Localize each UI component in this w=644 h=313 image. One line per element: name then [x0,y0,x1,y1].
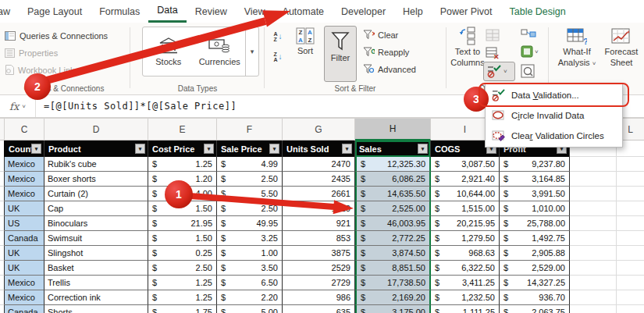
menu-item-circle-invalid-data[interactable]: Circle Invalid Data [486,105,622,126]
grid-cell-l[interactable] [617,246,644,261]
cogs-cell[interactable]: $1,111.25 [431,305,500,313]
units-sold-cell[interactable]: 2661 [283,187,355,201]
cost-price-cell[interactable]: $1.75 [148,305,217,313]
cogs-cell[interactable]: $10,644.00 [431,187,500,201]
country-cell[interactable]: Mexico [5,276,44,290]
sales-cell[interactable]: $6,086.25 [355,172,431,187]
cogs-cell[interactable]: $3,087.50 [431,157,500,172]
units-sold-cell[interactable]: 2435 [283,172,355,187]
sale-price-cell[interactable]: $5.00 [217,305,283,313]
tab-data[interactable]: Data [148,0,186,23]
cost-price-cell[interactable]: $0.25 [148,246,217,261]
country-cell[interactable]: Mexico [5,290,44,305]
profit-cell[interactable]: $2,063.75 [500,305,570,313]
filter-button[interactable]: Filter [324,26,357,82]
units-sold-cell[interactable]: 2729 [283,276,355,290]
country-cell[interactable]: Mexico [5,157,44,172]
grid-cell-l[interactable] [617,276,644,290]
product-cell[interactable]: Basket [44,261,148,276]
country-cell[interactable]: Mexico [5,172,44,187]
country-cell[interactable]: Canada [5,231,44,246]
cogs-cell[interactable]: $20,215.95 [431,216,500,231]
cost-price-cell[interactable]: $1.50 [148,231,217,246]
grid-cell-k[interactable] [570,216,617,231]
product-cell[interactable]: Trellis [44,276,148,290]
column-header-f[interactable]: F [217,119,283,140]
units-sold-cell[interactable]: 921 [283,216,355,231]
country-cell[interactable]: US [5,216,44,231]
data-validation-button[interactable]: ˅ [483,62,515,81]
units-sold-cell[interactable]: 1010 [283,201,355,216]
menu-item-data-validation[interactable]: Data Validation... [486,85,622,105]
queries-connections-button[interactable]: Queries & Connections [0,28,128,43]
product-cell[interactable]: Swimsuit [44,231,148,246]
header-sale-price[interactable]: Sale Price▾ [217,140,283,157]
formula-input[interactable]: =[@[Units Sold]]*[@[Sale Price]] [36,101,237,112]
grid-cell-k[interactable] [570,172,617,187]
cost-price-cell[interactable]: $1.25 [148,276,217,290]
cost-price-cell[interactable]: $21.95 [148,216,217,231]
sales-cell[interactable]: $46,003.95 [355,216,431,231]
country-cell[interactable]: UK [5,261,44,276]
product-cell[interactable]: Slingshot [44,246,148,261]
sales-cell[interactable]: $8,851.50 [355,261,431,276]
product-cell[interactable]: Curtain (2) [44,187,148,201]
product-cell[interactable]: Binoculars [44,216,148,231]
sales-cell[interactable]: $3,175.00 [355,305,431,313]
flash-fill-icon[interactable] [486,29,500,41]
country-cell[interactable]: UK [5,201,44,216]
header-country[interactable]: Country▾ [5,140,44,157]
units-sold-cell[interactable]: 853 [283,231,355,246]
filter-dropdown-icon[interactable]: ▾ [342,144,352,154]
filter-dropdown-icon[interactable]: ▾ [135,144,145,154]
product-cell[interactable]: Shorts [44,305,148,313]
tab-formulas[interactable]: Formulas [91,0,148,23]
profit-cell[interactable]: $9,237.80 [500,157,570,172]
sale-price-cell[interactable]: $4.99 [217,157,283,172]
sale-price-cell[interactable]: $2.20 [217,290,283,305]
cost-price-cell[interactable]: $1.25 [148,290,217,305]
profit-cell[interactable]: $2,905.88 [500,246,570,261]
text-to-columns-button[interactable]: Text to Columns [450,27,485,67]
tab-automate[interactable]: Automate [274,0,333,23]
menu-item-clear-validation-circles[interactable]: Clear Validation Circles [486,126,622,146]
forecast-sheet-button[interactable]: Forecast Sheet [601,28,642,67]
grid-cell-l[interactable] [617,187,644,201]
sort-button[interactable]: ZAAZ Sort [290,27,321,55]
currencies-button[interactable]: Currencies [194,27,246,76]
sort-az-button[interactable]: AZ↓ [271,29,285,44]
country-cell[interactable]: Canada [5,305,44,313]
sales-cell[interactable]: $2,525.00 [355,201,431,216]
clear-filter-button[interactable]: ✕ Clear [363,30,398,40]
sale-price-cell[interactable]: $5.50 [217,187,283,201]
consolidate-icon[interactable] [521,29,536,41]
column-header-c[interactable]: C [5,119,44,140]
tab-view[interactable]: View [236,0,274,23]
tab-draw-partial[interactable]: aw [0,0,19,23]
cost-price-cell[interactable]: $1.20 [148,172,217,187]
sales-cell[interactable]: $3,874.50 [355,246,431,261]
sales-cell[interactable]: $12,325.30 [355,157,431,172]
grid-cell-k[interactable] [570,261,617,276]
sales-cell[interactable]: $17,738.50 [355,276,431,290]
cogs-cell[interactable]: $968.63 [431,246,500,261]
profit-cell[interactable]: $3,164.85 [500,172,570,187]
sales-cell[interactable]: $2,169.20 [355,290,431,305]
cogs-cell[interactable]: $3,411.25 [431,276,500,290]
sales-cell[interactable]: $14,635.50 [355,187,431,201]
units-sold-cell[interactable]: 2470 [283,157,355,172]
profit-cell[interactable]: $1,492.75 [500,231,570,246]
grid-cell-l[interactable] [617,216,644,231]
profit-cell[interactable]: $3,991.50 [500,187,570,201]
filter-dropdown-icon[interactable]: ▾ [31,144,41,154]
country-cell[interactable]: Mexico [5,187,44,201]
remove-duplicates-icon[interactable]: ✕ [486,47,500,59]
column-header-e[interactable]: E [148,119,217,140]
grid-cell-k[interactable] [570,201,617,216]
tab-developer[interactable]: Developer [333,0,394,23]
sale-price-cell[interactable]: $3.25 [217,231,283,246]
units-sold-cell[interactable]: 3875 [283,246,355,261]
product-cell[interactable]: Rubik's cube [44,157,148,172]
filter-dropdown-icon[interactable]: ▾ [204,144,214,154]
units-sold-cell[interactable]: 635 [283,305,355,313]
